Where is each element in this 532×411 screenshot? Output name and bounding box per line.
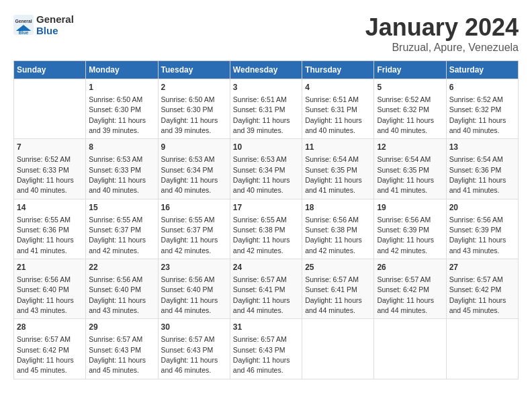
- calendar-title: January 2024: [365, 13, 519, 42]
- sunset-text: Sunset: 6:40 PM: [17, 285, 69, 293]
- sunset-text: Sunset: 6:38 PM: [233, 226, 285, 234]
- date-number: 21: [17, 262, 83, 273]
- sunrise-text: Sunrise: 6:57 AM: [449, 275, 503, 283]
- date-number: 4: [305, 82, 371, 93]
- calendar-cell: 23 Sunrise: 6:56 AM Sunset: 6:40 PM Dayl…: [158, 259, 230, 319]
- page-header: General Blue General Blue January 2024 B…: [13, 13, 519, 54]
- logo-icon: General Blue: [13, 15, 34, 35]
- date-number: 19: [377, 202, 443, 214]
- date-number: 25: [305, 262, 371, 273]
- sunset-text: Sunset: 6:40 PM: [89, 285, 141, 293]
- daylight-text: Daylight: 11 hours and 40 minutes.: [233, 176, 290, 194]
- calendar-cell: 25 Sunrise: 6:57 AM Sunset: 6:41 PM Dayl…: [302, 259, 374, 319]
- sunrise-text: Sunrise: 6:56 AM: [17, 275, 71, 283]
- date-number: 3: [233, 82, 299, 93]
- sunrise-text: Sunrise: 6:57 AM: [377, 275, 431, 283]
- sunrise-text: Sunrise: 6:56 AM: [89, 275, 142, 283]
- calendar-cell: 20 Sunrise: 6:56 AM Sunset: 6:39 PM Dayl…: [446, 199, 518, 259]
- daylight-text: Daylight: 11 hours and 40 minutes.: [161, 176, 218, 194]
- daylight-text: Daylight: 11 hours and 45 minutes.: [449, 296, 506, 314]
- sunrise-text: Sunrise: 6:56 AM: [377, 216, 431, 224]
- daylight-text: Daylight: 11 hours and 42 minutes.: [233, 236, 290, 254]
- svg-text:General: General: [15, 19, 32, 24]
- sunset-text: Sunset: 6:35 PM: [305, 166, 357, 174]
- sunrise-text: Sunrise: 6:51 AM: [305, 95, 359, 103]
- daylight-text: Daylight: 11 hours and 39 minutes.: [161, 116, 218, 134]
- sunset-text: Sunset: 6:32 PM: [449, 105, 502, 113]
- sunrise-text: Sunrise: 6:50 AM: [161, 95, 215, 103]
- date-number: 17: [233, 202, 299, 214]
- calendar-cell: 24 Sunrise: 6:57 AM Sunset: 6:41 PM Dayl…: [230, 259, 302, 319]
- calendar-cell: 6 Sunrise: 6:52 AM Sunset: 6:32 PM Dayli…: [446, 79, 518, 139]
- sunset-text: Sunset: 6:34 PM: [161, 166, 214, 174]
- sunrise-text: Sunrise: 6:54 AM: [377, 155, 431, 163]
- calendar-cell: [14, 79, 86, 139]
- date-number: 2: [161, 82, 227, 93]
- date-number: 7: [17, 142, 83, 153]
- daylight-text: Daylight: 11 hours and 40 minutes.: [377, 116, 434, 134]
- sunset-text: Sunset: 6:37 PM: [89, 226, 141, 234]
- daylight-text: Daylight: 11 hours and 43 minutes.: [89, 296, 146, 314]
- week-row-2: 7 Sunrise: 6:52 AM Sunset: 6:33 PM Dayli…: [14, 139, 519, 199]
- sunrise-text: Sunrise: 6:57 AM: [17, 335, 71, 343]
- calendar-cell: 9 Sunrise: 6:53 AM Sunset: 6:34 PM Dayli…: [158, 139, 230, 199]
- daylight-text: Daylight: 11 hours and 40 minutes.: [305, 116, 362, 134]
- sunset-text: Sunset: 6:34 PM: [233, 166, 285, 174]
- daylight-text: Daylight: 11 hours and 40 minutes.: [449, 116, 506, 134]
- col-monday: Monday: [86, 61, 158, 79]
- calendar-cell: 21 Sunrise: 6:56 AM Sunset: 6:40 PM Dayl…: [14, 259, 86, 319]
- sunset-text: Sunset: 6:43 PM: [89, 346, 141, 354]
- sunset-text: Sunset: 6:36 PM: [17, 226, 69, 234]
- daylight-text: Daylight: 11 hours and 46 minutes.: [161, 356, 218, 374]
- daylight-text: Daylight: 11 hours and 43 minutes.: [17, 296, 74, 314]
- sunset-text: Sunset: 6:31 PM: [305, 105, 357, 113]
- date-number: 12: [377, 142, 443, 153]
- sunset-text: Sunset: 6:43 PM: [161, 346, 214, 354]
- date-number: 8: [89, 142, 154, 153]
- sunrise-text: Sunrise: 6:56 AM: [305, 216, 359, 224]
- calendar-cell: 2 Sunrise: 6:50 AM Sunset: 6:30 PM Dayli…: [158, 79, 230, 139]
- sunrise-text: Sunrise: 6:57 AM: [233, 335, 287, 343]
- sunset-text: Sunset: 6:33 PM: [89, 166, 141, 174]
- date-number: 29: [89, 322, 154, 333]
- sunset-text: Sunset: 6:37 PM: [161, 226, 214, 234]
- sunset-text: Sunset: 6:39 PM: [377, 226, 429, 234]
- sunrise-text: Sunrise: 6:55 AM: [89, 216, 142, 224]
- sunrise-text: Sunrise: 6:50 AM: [89, 95, 142, 103]
- date-number: 24: [233, 262, 299, 273]
- date-number: 1: [89, 82, 154, 93]
- daylight-text: Daylight: 11 hours and 42 minutes.: [377, 236, 434, 254]
- col-thursday: Thursday: [302, 61, 374, 79]
- date-number: 28: [17, 322, 83, 333]
- calendar-cell: 15 Sunrise: 6:55 AM Sunset: 6:37 PM Dayl…: [86, 199, 158, 259]
- svg-text:Blue: Blue: [19, 30, 29, 35]
- calendar-cell: 17 Sunrise: 6:55 AM Sunset: 6:38 PM Dayl…: [230, 199, 302, 259]
- calendar-cell: 27 Sunrise: 6:57 AM Sunset: 6:42 PM Dayl…: [446, 259, 518, 319]
- calendar-cell: 10 Sunrise: 6:53 AM Sunset: 6:34 PM Dayl…: [230, 139, 302, 199]
- calendar-cell: 30 Sunrise: 6:57 AM Sunset: 6:43 PM Dayl…: [158, 319, 230, 379]
- sunrise-text: Sunrise: 6:53 AM: [89, 155, 142, 163]
- daylight-text: Daylight: 11 hours and 39 minutes.: [89, 116, 146, 134]
- sunrise-text: Sunrise: 6:52 AM: [377, 95, 431, 103]
- calendar-cell: 13 Sunrise: 6:54 AM Sunset: 6:36 PM Dayl…: [446, 139, 518, 199]
- daylight-text: Daylight: 11 hours and 44 minutes.: [233, 296, 290, 314]
- daylight-text: Daylight: 11 hours and 45 minutes.: [89, 356, 146, 374]
- daylight-text: Daylight: 11 hours and 44 minutes.: [377, 296, 434, 314]
- sunset-text: Sunset: 6:42 PM: [17, 346, 69, 354]
- calendar-cell: 7 Sunrise: 6:52 AM Sunset: 6:33 PM Dayli…: [14, 139, 86, 199]
- logo: General Blue General Blue: [13, 13, 74, 36]
- sunset-text: Sunset: 6:31 PM: [233, 105, 285, 113]
- sunrise-text: Sunrise: 6:56 AM: [449, 216, 503, 224]
- sunset-text: Sunset: 6:33 PM: [17, 166, 69, 174]
- sunrise-text: Sunrise: 6:53 AM: [233, 155, 287, 163]
- sunset-text: Sunset: 6:43 PM: [233, 346, 285, 354]
- date-number: 23: [161, 262, 227, 273]
- title-block: January 2024 Bruzual, Apure, Venezuela: [365, 13, 519, 54]
- sunrise-text: Sunrise: 6:53 AM: [161, 155, 215, 163]
- daylight-text: Daylight: 11 hours and 40 minutes.: [17, 176, 74, 194]
- logo-blue-text: Blue: [36, 25, 74, 36]
- calendar-cell: 5 Sunrise: 6:52 AM Sunset: 6:32 PM Dayli…: [374, 79, 446, 139]
- sunset-text: Sunset: 6:40 PM: [161, 285, 214, 293]
- sunrise-text: Sunrise: 6:55 AM: [233, 216, 287, 224]
- calendar-subtitle: Bruzual, Apure, Venezuela: [365, 42, 519, 54]
